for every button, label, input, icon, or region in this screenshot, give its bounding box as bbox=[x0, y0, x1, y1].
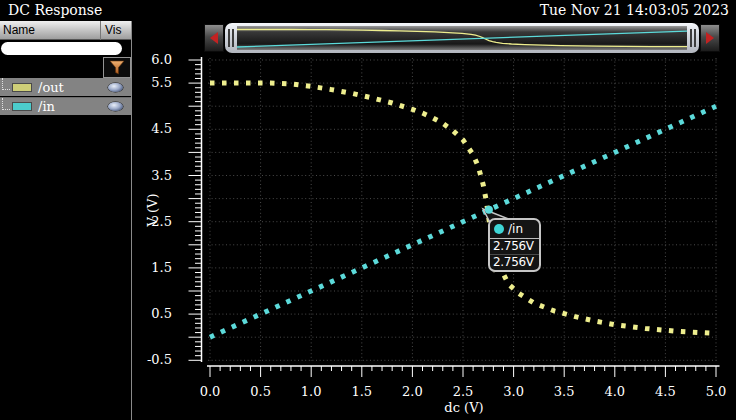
x-tick-label: 0.5 bbox=[241, 384, 281, 399]
tooltip-signal-dot-icon bbox=[494, 224, 504, 234]
y-tick-label: 5.5 bbox=[136, 75, 172, 90]
x-tick-label: 4.5 bbox=[645, 384, 685, 399]
y-axis-title: V (V) bbox=[145, 193, 160, 226]
y-tick-label: 1.5 bbox=[136, 260, 172, 275]
tooltip-signal-name: /in bbox=[508, 222, 523, 236]
tooltip-value-1: 2.756V bbox=[490, 239, 539, 254]
x-tick-label: 5.0 bbox=[696, 384, 736, 399]
x-tick-label: 1.5 bbox=[342, 384, 382, 399]
x-tick-label: 4.0 bbox=[595, 384, 635, 399]
plot-area[interactable] bbox=[0, 0, 736, 420]
y-tick-label: 4.5 bbox=[136, 121, 172, 136]
x-tick-label: 0.0 bbox=[190, 384, 230, 399]
y-tick-label: 6.0 bbox=[136, 52, 172, 67]
x-tick-label: 3.0 bbox=[494, 384, 534, 399]
tooltip-value-2: 2.756V bbox=[490, 255, 539, 270]
marker-tooltip[interactable]: /in 2.756V 2.756V bbox=[488, 218, 541, 272]
y-tick-label: -0.5 bbox=[136, 352, 172, 367]
x-tick-label: 3.5 bbox=[544, 384, 584, 399]
x-tick-label: 2.5 bbox=[443, 384, 483, 399]
x-tick-label: 1.0 bbox=[291, 384, 331, 399]
y-tick-label: 3.5 bbox=[136, 168, 172, 183]
y-tick-label: 0.5 bbox=[136, 306, 172, 321]
x-axis-title: dc (V) bbox=[442, 400, 486, 415]
x-tick-label: 2.0 bbox=[392, 384, 432, 399]
